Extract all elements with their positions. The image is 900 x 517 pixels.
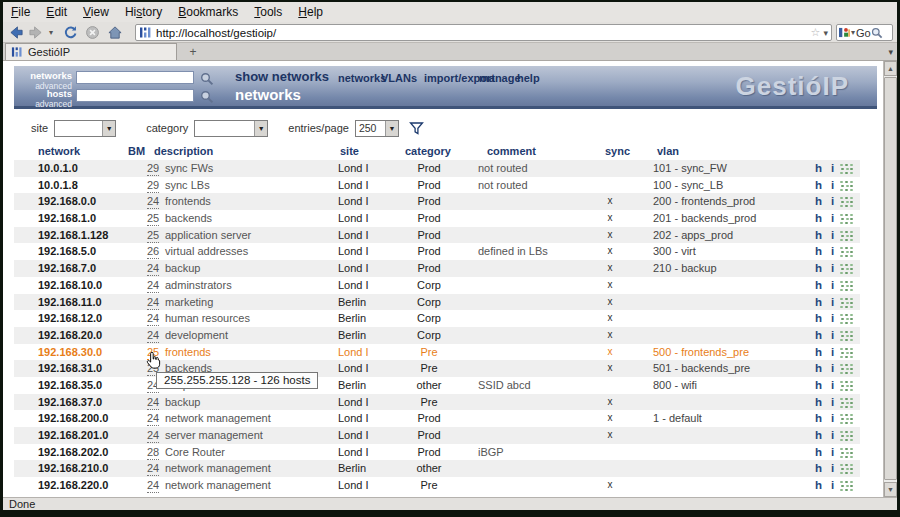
category-select-arrow-icon[interactable]: ▼ <box>254 121 267 136</box>
info-link[interactable]: i <box>831 427 834 444</box>
hosts-link[interactable]: h <box>815 227 822 244</box>
bitmask-link[interactable]: 25 <box>147 211 159 226</box>
nav-networks[interactable]: networks <box>338 72 386 84</box>
bookmark-star-icon[interactable]: ☆ <box>811 26 821 39</box>
menu-tools[interactable]: Tools <box>246 3 290 21</box>
subnet-grid-icon[interactable] <box>840 264 853 275</box>
info-link[interactable]: i <box>831 360 834 377</box>
filter-funnel-icon[interactable] <box>409 121 424 138</box>
new-tab-button[interactable]: + <box>185 45 201 59</box>
url-text[interactable]: http://localhost/gestioip/ <box>156 27 811 39</box>
search-input[interactable]: Go <box>856 27 871 39</box>
subnet-grid-icon[interactable] <box>840 298 853 309</box>
networks-search-icon[interactable] <box>200 72 214 90</box>
hosts-link[interactable]: h <box>815 310 822 327</box>
list-all-tabs-icon[interactable]: ▾ <box>888 47 893 57</box>
search-bar[interactable]: ▾ Go <box>836 24 893 41</box>
bitmask-link[interactable]: 29 <box>147 161 159 176</box>
reload-button[interactable] <box>63 23 78 41</box>
info-link[interactable]: i <box>831 327 834 344</box>
subnet-grid-icon[interactable] <box>840 164 853 175</box>
subnet-grid-icon[interactable] <box>840 398 853 409</box>
info-link[interactable]: i <box>831 193 834 210</box>
info-link[interactable]: i <box>831 210 834 227</box>
url-dropdown-icon[interactable]: ▾ <box>823 28 828 38</box>
subnet-grid-icon[interactable] <box>840 197 853 208</box>
menu-bookmarks[interactable]: Bookmarks <box>170 3 246 21</box>
hosts-link[interactable]: h <box>815 444 822 461</box>
hosts-link[interactable]: h <box>815 377 822 394</box>
subnet-grid-icon[interactable] <box>840 381 853 392</box>
bitmask-link[interactable]: 29 <box>147 178 159 193</box>
site-select-arrow-icon[interactable]: ▼ <box>102 121 115 136</box>
nav-help[interactable]: help <box>517 72 540 84</box>
hosts-link[interactable]: h <box>815 344 822 361</box>
bitmask-link[interactable]: 24 <box>147 311 159 326</box>
scroll-down-icon[interactable]: ▼ <box>884 482 897 497</box>
bitmask-link[interactable]: 24 <box>147 428 159 443</box>
bitmask-link[interactable]: 26 <box>147 244 159 259</box>
subnet-grid-icon[interactable] <box>840 231 853 242</box>
hosts-link[interactable]: h <box>815 327 822 344</box>
home-button[interactable] <box>107 23 123 41</box>
menu-view[interactable]: View <box>75 3 117 21</box>
hosts-advanced-link[interactable]: advanced <box>18 100 72 109</box>
subnet-grid-icon[interactable] <box>840 414 853 425</box>
nav-vlans[interactable]: VLANs <box>381 72 417 84</box>
info-link[interactable]: i <box>831 243 834 260</box>
tab-gestioip[interactable]: GestióIP <box>5 43 177 60</box>
url-bar[interactable]: http://localhost/gestioip/ ☆ ▾ <box>135 24 832 41</box>
search-engine-caret-icon[interactable]: ▾ <box>851 28 855 37</box>
scroll-up-icon[interactable]: ▲ <box>884 61 897 76</box>
bitmask-link[interactable]: 24 <box>147 278 159 293</box>
subnet-grid-icon[interactable] <box>840 431 853 442</box>
hosts-link[interactable]: h <box>815 477 822 494</box>
category-select[interactable]: ▼ <box>194 120 268 137</box>
subnet-grid-icon[interactable] <box>840 181 853 192</box>
hosts-link[interactable]: h <box>815 260 822 277</box>
subnet-grid-icon[interactable] <box>840 464 853 475</box>
info-link[interactable]: i <box>831 477 834 494</box>
entries-select-arrow-icon[interactable]: ▼ <box>385 121 398 136</box>
search-engine-icon[interactable] <box>839 27 850 38</box>
hosts-link[interactable]: h <box>815 294 822 311</box>
info-link[interactable]: i <box>831 260 834 277</box>
bitmask-link[interactable]: 24 <box>147 261 159 276</box>
hosts-link[interactable]: h <box>815 394 822 411</box>
info-link[interactable]: i <box>831 277 834 294</box>
menu-edit[interactable]: Edit <box>38 3 75 21</box>
nav-manage[interactable]: manage <box>479 72 521 84</box>
subnet-grid-icon[interactable] <box>840 331 853 342</box>
bitmask-link[interactable]: 28 <box>147 445 159 460</box>
bitmask-link[interactable]: 24 <box>147 461 159 476</box>
menu-file[interactable]: File <box>3 3 38 21</box>
networks-search-title[interactable]: networks <box>18 71 72 81</box>
info-link[interactable]: i <box>831 444 834 461</box>
info-link[interactable]: i <box>831 460 834 477</box>
subnet-grid-icon[interactable] <box>840 214 853 225</box>
stop-button[interactable] <box>85 23 100 41</box>
info-link[interactable]: i <box>831 310 834 327</box>
bitmask-link[interactable]: 24 <box>147 295 159 310</box>
scrollbar-thumb[interactable] <box>884 77 897 480</box>
hosts-link[interactable]: h <box>815 160 822 177</box>
info-link[interactable]: i <box>831 294 834 311</box>
bitmask-link[interactable]: 24 <box>147 328 159 343</box>
hosts-link[interactable]: h <box>815 460 822 477</box>
hosts-link[interactable]: h <box>815 177 822 194</box>
bitmask-link[interactable]: 24 <box>147 411 159 426</box>
info-link[interactable]: i <box>831 177 834 194</box>
bitmask-link[interactable]: 24 <box>147 478 159 493</box>
hosts-search-input[interactable] <box>76 89 194 102</box>
subnet-grid-icon[interactable] <box>840 481 853 492</box>
hosts-link[interactable]: h <box>815 243 822 260</box>
hosts-link[interactable]: h <box>815 193 822 210</box>
info-link[interactable]: i <box>831 394 834 411</box>
back-button[interactable] <box>9 23 24 41</box>
hosts-link[interactable]: h <box>815 410 822 427</box>
bitmask-link[interactable]: 24 <box>147 395 159 410</box>
hosts-search-title[interactable]: hosts <box>18 89 72 99</box>
entries-select[interactable]: 250 ▼ <box>355 120 399 137</box>
subnet-grid-icon[interactable] <box>840 247 853 258</box>
hosts-search-icon[interactable] <box>200 90 214 108</box>
